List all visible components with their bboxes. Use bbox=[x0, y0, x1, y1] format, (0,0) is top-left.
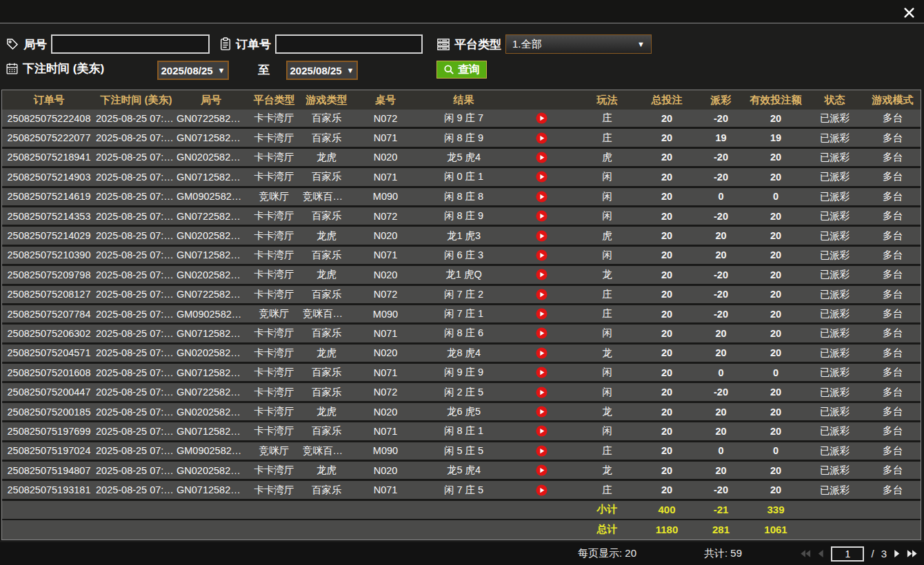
valid-bet-cell: 20 bbox=[747, 347, 805, 358]
bet-option-cell: 龙 bbox=[576, 268, 639, 281]
status-cell: 已派彩 bbox=[805, 347, 865, 360]
play-video-button[interactable] bbox=[507, 249, 576, 261]
prev-page-button[interactable] bbox=[818, 549, 824, 558]
play-icon bbox=[536, 152, 548, 163]
game-mode-cell: 多台 bbox=[865, 170, 921, 183]
bet-time-cell: 2025-08-25 07:41:10 bbox=[96, 387, 177, 398]
play-video-button[interactable] bbox=[507, 191, 576, 203]
play-icon bbox=[536, 210, 548, 222]
round-id-cell: GN071258250N7 bbox=[177, 172, 245, 183]
total-bet-cell: 20 bbox=[639, 465, 695, 476]
table-row: 2508250752045712025-08-25 07:41:34GN0202… bbox=[2, 345, 921, 364]
play-video-button[interactable] bbox=[507, 132, 576, 144]
table-row: 2508250751931812025-08-25 07:40:25GN0712… bbox=[2, 481, 921, 500]
round-id-cell: GN020258250M... bbox=[177, 269, 245, 280]
table-row: 2508250752189412025-08-25 07:43:03GN0202… bbox=[2, 149, 921, 168]
table-no-cell: N020 bbox=[350, 269, 421, 280]
valid-bet-cell: 20 bbox=[747, 230, 805, 241]
play-video-button[interactable] bbox=[507, 367, 576, 378]
page-size-label: 每页显示: 20 bbox=[578, 547, 636, 560]
table-no-cell: N071 bbox=[350, 172, 421, 183]
total-bet-cell: 20 bbox=[639, 113, 695, 124]
total-bet-cell: 20 bbox=[639, 191, 695, 202]
first-page-button[interactable] bbox=[800, 549, 811, 558]
order-id-cell: 250825075206302 bbox=[2, 328, 96, 339]
round-id-cell: GN020258250MJ bbox=[177, 465, 245, 476]
header-game-type: 游戏类型 bbox=[303, 94, 350, 107]
game-type-cell: 百家乐 bbox=[303, 424, 350, 438]
table-row: 2508250752081272025-08-25 07:41:57GN0722… bbox=[2, 286, 921, 305]
grand-total-row: 总计 1180 281 1061 bbox=[2, 520, 921, 540]
header-order-id: 订单号 bbox=[2, 94, 96, 107]
table-row: 2508250752001852025-08-25 07:41:08GN0202… bbox=[2, 403, 921, 422]
result-cell: 闲 7 庄 1 bbox=[421, 307, 507, 320]
play-icon bbox=[536, 249, 548, 261]
table-no-cell: N071 bbox=[350, 249, 421, 260]
subtotal-payout: -21 bbox=[695, 504, 747, 515]
platform-cell: 卡卡湾厅 bbox=[245, 424, 303, 438]
payout-cell: 20 bbox=[695, 249, 747, 260]
play-video-button[interactable] bbox=[507, 484, 576, 496]
play-video-button[interactable] bbox=[507, 230, 576, 242]
total-bet-cell: 20 bbox=[639, 328, 695, 339]
platform-cell: 竞咪厅 bbox=[245, 307, 303, 320]
play-video-button[interactable] bbox=[507, 445, 576, 457]
last-page-button[interactable] bbox=[907, 549, 918, 558]
search-button[interactable]: 查询 bbox=[436, 61, 487, 79]
valid-bet-cell: 0 bbox=[747, 445, 805, 456]
play-video-button[interactable] bbox=[507, 171, 576, 183]
bet-time-label: 下注时间 (美东) bbox=[23, 61, 104, 76]
play-video-button[interactable] bbox=[507, 387, 576, 398]
order-id-input[interactable] bbox=[275, 34, 423, 54]
play-video-button[interactable] bbox=[507, 327, 576, 339]
date-from-picker[interactable]: 2025/08/25 ▼ bbox=[157, 61, 229, 80]
status-cell: 已派彩 bbox=[805, 190, 865, 203]
game-type-cell: 竞咪百家乐 bbox=[303, 307, 350, 320]
order-id-cell: 250825075197699 bbox=[2, 426, 96, 437]
play-video-button[interactable] bbox=[507, 406, 576, 418]
grand-total-label: 总计 bbox=[576, 523, 639, 536]
subtotal-total-bet: 400 bbox=[639, 504, 695, 515]
bet-time-cell: 2025-08-25 07:42:38 bbox=[96, 191, 177, 202]
platform-cell: 卡卡湾厅 bbox=[245, 249, 303, 262]
play-video-button[interactable] bbox=[507, 112, 576, 124]
result-cell: 龙6 虎5 bbox=[421, 405, 507, 418]
play-video-button[interactable] bbox=[507, 269, 576, 280]
play-video-button[interactable] bbox=[507, 308, 576, 320]
bet-option-cell: 庄 bbox=[576, 444, 639, 458]
game-mode-cell: 多台 bbox=[865, 386, 921, 399]
bet-time-cell: 2025-08-25 07:41:34 bbox=[96, 347, 177, 358]
valid-bet-cell: 20 bbox=[747, 484, 805, 495]
play-video-button[interactable] bbox=[507, 347, 576, 359]
pagination-bar: 每页显示: 20 共计: 59 / 3 bbox=[0, 542, 924, 565]
game-mode-cell: 多台 bbox=[865, 366, 921, 379]
next-page-button[interactable] bbox=[894, 549, 900, 558]
search-icon bbox=[443, 64, 454, 75]
date-to-picker[interactable]: 2025/08/25 ▼ bbox=[286, 61, 358, 80]
chevron-down-icon: ▼ bbox=[218, 66, 225, 74]
play-video-button[interactable] bbox=[507, 425, 576, 437]
header-round-id: 局号 bbox=[177, 94, 245, 107]
platform-cell: 卡卡湾厅 bbox=[245, 132, 303, 145]
bet-time-cell: 2025-08-25 07:43:21 bbox=[96, 132, 177, 143]
order-id-cell: 250825075210390 bbox=[2, 249, 96, 260]
table-row: 2508250752103902025-08-25 07:42:10GN0712… bbox=[2, 247, 921, 266]
game-mode-cell: 多台 bbox=[865, 347, 921, 360]
game-type-cell: 百家乐 bbox=[303, 170, 350, 183]
total-bet-cell: 20 bbox=[639, 484, 695, 495]
status-cell: 已派彩 bbox=[805, 288, 865, 301]
play-video-button[interactable] bbox=[507, 289, 576, 300]
play-video-button[interactable] bbox=[507, 152, 576, 163]
platform-type-select[interactable]: 1.全部 ▼ bbox=[505, 34, 652, 54]
round-id-cell: GN071258250N3 bbox=[177, 426, 245, 437]
round-id-input[interactable] bbox=[51, 34, 210, 54]
status-cell: 已派彩 bbox=[805, 444, 865, 458]
close-button[interactable] bbox=[901, 5, 916, 20]
play-video-button[interactable] bbox=[507, 464, 576, 476]
payout-cell: -20 bbox=[695, 152, 747, 163]
platform-cell: 竞咪厅 bbox=[245, 190, 303, 203]
total-bet-cell: 20 bbox=[639, 407, 695, 418]
valid-bet-cell: 19 bbox=[747, 132, 805, 143]
play-video-button[interactable] bbox=[507, 210, 576, 222]
page-number-input[interactable] bbox=[831, 546, 864, 562]
